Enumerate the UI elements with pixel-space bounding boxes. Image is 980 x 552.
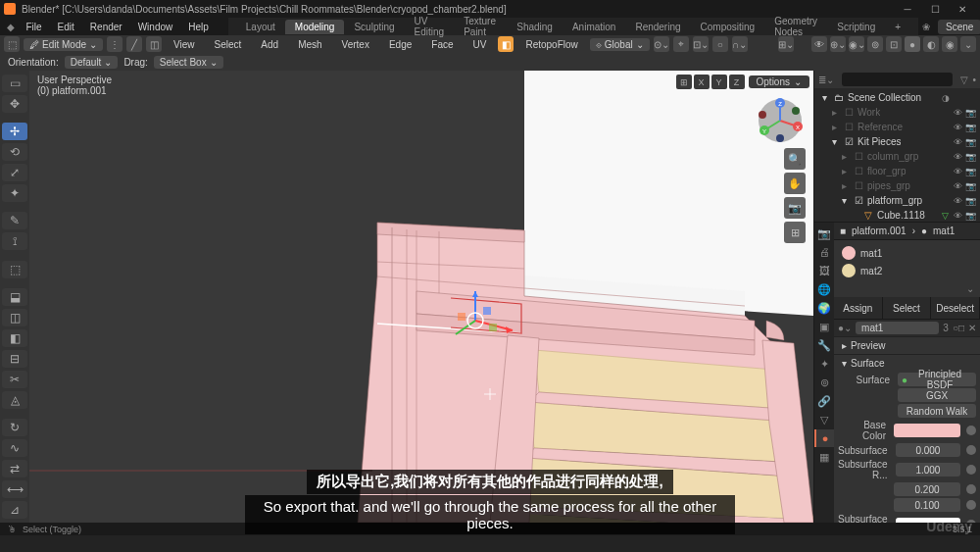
outliner-new-icon[interactable]: • [972, 75, 976, 85]
ptab-mesh[interactable]: ▽ [814, 411, 834, 428]
menu-file[interactable]: File [18, 20, 49, 34]
hdr-view[interactable]: View [166, 37, 203, 52]
ptab-texture[interactable]: ▦ [814, 448, 834, 466]
color-field[interactable] [894, 424, 960, 437]
property-dot-icon[interactable] [966, 500, 976, 510]
editor-type-icon[interactable]: ⬚ [4, 36, 20, 52]
tool-spin[interactable]: ↻ [2, 419, 27, 436]
outliner-type-icon[interactable]: ≣⌄ [818, 75, 834, 85]
assign-button[interactable]: Assign [834, 297, 883, 319]
outliner-item[interactable]: ▾☑platform_grp👁📷 [814, 193, 980, 208]
hdr-mesh[interactable]: Mesh [290, 37, 329, 52]
ptab-material[interactable]: ● [814, 429, 834, 447]
retopo-icon[interactable]: ◧ [498, 36, 514, 52]
number-field[interactable]: 0.000 [896, 443, 961, 457]
viewport-3d[interactable]: User Perspective (0) platform.001 [29, 71, 813, 523]
hdr-vertex[interactable]: Vertex [334, 37, 377, 52]
outliner-tree[interactable]: ▾🗀Scene Collection ◑ ▸☐Work👁📷▸☐Reference… [814, 88, 980, 223]
property-dot-icon[interactable] [966, 465, 976, 475]
tool-transform[interactable]: ✦ [2, 184, 27, 202]
maximize-button[interactable]: ☐ [921, 0, 949, 18]
minimize-button[interactable]: ─ [894, 0, 921, 18]
tab-shading[interactable]: Shading [507, 20, 563, 34]
property-dot-icon[interactable] [966, 426, 976, 435]
tool-shrink[interactable]: ⟷ [2, 480, 27, 498]
deselect-button[interactable]: Deselect [931, 297, 980, 319]
perspective-toggle-icon[interactable]: ⊞ [784, 222, 806, 243]
orientation-value[interactable]: Default ⌄ [65, 56, 119, 69]
tool-inset[interactable]: ◫ [2, 309, 27, 326]
ptab-object[interactable]: ▣ [814, 318, 834, 335]
tool-shear[interactable]: ⊿ [2, 501, 27, 519]
shading-rendered-icon[interactable]: ◉ [942, 36, 957, 52]
material-slot-2[interactable]: mat2 [838, 262, 976, 279]
subsurface-method-value[interactable]: Random Walk [898, 404, 976, 418]
property-dot-icon[interactable] [966, 484, 976, 494]
snap-icon[interactable]: ⌖ [673, 36, 689, 52]
gizmo-icon[interactable]: ⊕⌄ [830, 36, 846, 52]
tool-add-cube[interactable]: ⬚ [2, 261, 27, 278]
pivot-icon[interactable]: ⊙⌄ [654, 36, 669, 52]
ptab-render[interactable]: 📷 [814, 225, 834, 242]
tool-scale[interactable]: ⤢ [2, 164, 27, 181]
number-field[interactable]: 0.200 [894, 482, 960, 496]
tab-animation[interactable]: Animation [563, 20, 625, 34]
material-name-field[interactable]: mat1 [856, 322, 939, 334]
ptab-output[interactable]: 🖨 [814, 243, 834, 261]
number-field[interactable]: 1.000 [896, 463, 961, 477]
tab-compositing[interactable]: Compositing [691, 20, 765, 34]
material-list[interactable]: mat1 mat2 [834, 240, 980, 283]
ptab-physics[interactable]: ⊚ [814, 374, 834, 391]
pan-icon[interactable]: ✋ [784, 173, 806, 194]
tab-modeling[interactable]: Modeling [285, 20, 345, 34]
proportional-falloff-icon[interactable]: ∩⌄ [732, 36, 748, 52]
material-slot-1[interactable]: mat1 [838, 244, 976, 262]
menu-window[interactable]: Window [130, 20, 181, 34]
ptab-constraints[interactable]: 🔗 [814, 392, 834, 410]
axis-lock-buttons[interactable]: ⊞XYZ [676, 75, 745, 89]
ptab-world[interactable]: 🌍 [814, 299, 834, 317]
tool-smooth[interactable]: ∿ [2, 439, 27, 457]
orientation-selector[interactable]: ⟐ Global ⌄ [590, 38, 650, 51]
outliner-item[interactable]: ▸☐Work👁📷 [814, 105, 980, 120]
overlays-icon[interactable]: ◉⌄ [849, 36, 864, 52]
shading-matprev-icon[interactable]: ◐ [923, 36, 939, 52]
surface-shader-value[interactable]: ● Principled BSDF [898, 373, 976, 386]
hdr-select[interactable]: Select [207, 37, 250, 52]
select-button[interactable]: Select [883, 297, 932, 319]
tool-move[interactable]: ✢ [2, 123, 27, 140]
zoom-icon[interactable]: 🔍 [784, 148, 806, 170]
ptab-scene[interactable]: 🌐 [814, 280, 834, 298]
tool-edge-slide[interactable]: ⇄ [2, 460, 27, 477]
tool-knife[interactable]: ✂ [2, 371, 27, 388]
outliner-item[interactable]: ▽Cube.1118▽👁📷 [814, 208, 980, 223]
tool-annotate[interactable]: ✎ [2, 212, 27, 229]
hdr-uv[interactable]: UV [466, 37, 495, 52]
shading-dropdown-icon[interactable]: ⌄ [960, 36, 976, 52]
tool-loopcut[interactable]: ⊟ [2, 350, 27, 368]
ptab-modifiers[interactable]: 🔧 [814, 336, 834, 354]
tool-cursor[interactable]: ✥ [2, 95, 27, 113]
outliner-item[interactable]: ▸☐pipes_grp👁📷 [814, 178, 980, 193]
ptab-particles[interactable]: ✦ [814, 355, 834, 373]
viewport-options[interactable]: Options ⌄ [749, 75, 809, 88]
tab-scripting[interactable]: Scripting [827, 20, 885, 34]
outliner-filter-icon[interactable]: ▽ [960, 75, 968, 85]
camera-icon[interactable]: 📷 [784, 197, 806, 219]
outliner-item[interactable]: ▸☐Reference👁📷 [814, 120, 980, 134]
tab-sculpting[interactable]: Sculpting [344, 20, 404, 34]
outliner-search[interactable] [842, 73, 953, 86]
tab-rendering[interactable]: Rendering [625, 20, 690, 34]
preview-section[interactable]: ▸ Preview [834, 337, 980, 354]
snap-target-icon[interactable]: ⊡⌄ [693, 36, 709, 52]
retopoflow-menu[interactable]: RetopoFlow [517, 37, 585, 52]
material-browse-icon[interactable]: ●⌄ [838, 323, 852, 333]
property-dot-icon[interactable] [966, 445, 976, 455]
menu-edit[interactable]: Edit [50, 20, 82, 34]
ptab-viewlayer[interactable]: 🖼 [814, 262, 834, 279]
outliner-item[interactable]: ▸☐floor_grp👁📷 [814, 164, 980, 178]
scene-selector[interactable]: Scene [938, 20, 980, 34]
outliner-item[interactable]: ▾☑Kit Pieces👁📷 [814, 134, 980, 149]
xray-icon[interactable]: ⊡ [886, 36, 902, 52]
tool-measure[interactable]: ⟟ [2, 232, 27, 250]
